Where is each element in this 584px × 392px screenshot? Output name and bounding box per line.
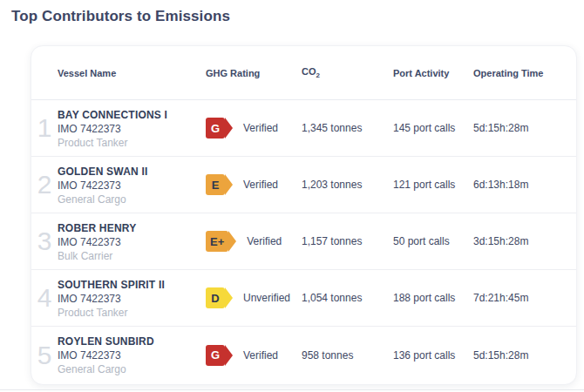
operating-time-value: 3d:15h:28m — [473, 235, 576, 247]
header-co2-main: CO — [302, 66, 316, 77]
header-ghg-rating: GHG Rating — [206, 68, 302, 78]
port-calls-value: 50 port calls — [393, 235, 473, 247]
table-body: 1 BAY CONNECTIONS I IMO 7422373 Product … — [31, 100, 576, 383]
co2-value: 1,345 tonnes — [302, 122, 393, 134]
port-calls-value: 121 port calls — [393, 179, 473, 191]
ghg-rating-cell: E Verified — [206, 174, 302, 195]
vessel-imo: IMO 7422373 — [58, 348, 206, 362]
header-operating-time: Operating Time — [473, 68, 576, 78]
verification-status: Verified — [243, 179, 278, 191]
ghg-rating-cell: G Verified — [206, 118, 302, 139]
rank-number: 3 — [31, 226, 58, 256]
verification-status: Unverified — [243, 292, 290, 304]
vessel-name: GOLDEN SWAN II — [58, 165, 206, 179]
vessel-type: General Cargo — [58, 362, 206, 376]
verification-status: Verified — [243, 122, 278, 134]
vessel-name: ROYLEN SUNBIRD — [58, 335, 206, 348]
co2-value: 1,054 tonnes — [302, 292, 393, 304]
vessel-info: ROBER HENRY IMO 7422373 Bulk Carrier — [58, 220, 206, 263]
vessel-name: ROBER HENRY — [58, 221, 206, 235]
table-row[interactable]: 5 ROYLEN SUNBIRD IMO 7422373 General Car… — [31, 327, 576, 383]
ghg-rating-cell: G Verified — [206, 345, 302, 366]
table-row[interactable]: 3 ROBER HENRY IMO 7422373 Bulk Carrier E… — [31, 213, 576, 270]
vessel-imo: IMO 7422373 — [58, 235, 206, 249]
header-co2: CO2 — [302, 66, 393, 79]
vessel-imo: IMO 7422373 — [58, 179, 206, 193]
vessel-type: Bulk Carrier — [58, 249, 206, 263]
header-port-activity: Port Activity — [393, 68, 473, 78]
port-calls-value: 136 port calls — [393, 349, 473, 362]
rank-number: 1 — [31, 113, 58, 143]
ghg-rating-badge: G — [206, 118, 225, 139]
port-calls-value: 145 port calls — [393, 122, 473, 134]
verification-status: Verified — [247, 235, 282, 247]
operating-time-value: 6d:13h:18m — [473, 179, 576, 191]
co2-value: 1,157 tonnes — [302, 235, 393, 247]
vessel-info: ROYLEN SUNBIRD IMO 7422373 General Cargo — [58, 334, 206, 376]
ghg-rating-cell: E+ Verified — [206, 231, 302, 252]
ghg-rating-badge: E+ — [206, 231, 228, 252]
operating-time-value: 5d:15h:28m — [473, 122, 576, 134]
port-calls-value: 188 port calls — [393, 292, 473, 304]
header-co2-subscript: 2 — [316, 71, 320, 79]
co2-value: 958 tonnes — [302, 349, 393, 362]
vessel-name: BAY CONNECTIONS I — [58, 108, 206, 122]
vessel-info: GOLDEN SWAN II IMO 7422373 General Cargo — [58, 164, 206, 206]
vessel-type: Product Tanker — [58, 306, 206, 320]
vessel-type: Product Tanker — [58, 136, 206, 150]
vessel-info: SOUTHERN SPIRIT II IMO 7422373 Product T… — [58, 277, 206, 320]
table-row[interactable]: 4 SOUTHERN SPIRIT II IMO 7422373 Product… — [31, 270, 576, 327]
vessel-type: General Cargo — [58, 193, 206, 206]
table-row[interactable]: 2 GOLDEN SWAN II IMO 7422373 General Car… — [31, 157, 576, 213]
table-header-row: Vessel Name GHG Rating CO2 Port Activity… — [31, 46, 576, 100]
ghg-rating-badge: G — [206, 345, 225, 366]
vessel-imo: IMO 7422373 — [58, 122, 206, 136]
verification-status: Verified — [243, 349, 278, 362]
header-vessel-name: Vessel Name — [58, 68, 206, 78]
ghg-rating-badge: D — [206, 287, 225, 308]
co2-value: 1,203 tonnes — [302, 179, 393, 191]
table-row[interactable]: 1 BAY CONNECTIONS I IMO 7422373 Product … — [31, 100, 576, 157]
ghg-rating-badge: E — [206, 174, 225, 195]
operating-time-value: 5d:15h:28m — [473, 349, 576, 362]
emissions-table-card: Vessel Name GHG Rating CO2 Port Activity… — [31, 45, 577, 385]
vessel-imo: IMO 7422373 — [58, 292, 206, 306]
vessel-info: BAY CONNECTIONS I IMO 7422373 Product Ta… — [58, 107, 206, 150]
rank-number: 2 — [31, 170, 58, 199]
page-title: Top Contributors to Emissions — [11, 8, 230, 25]
rank-number: 5 — [31, 341, 58, 370]
ghg-rating-cell: D Unverified — [206, 287, 302, 308]
container-bottom-edge — [0, 389, 584, 390]
operating-time-value: 7d:21h:45m — [473, 292, 576, 304]
vessel-name: SOUTHERN SPIRIT II — [58, 278, 206, 292]
rank-number: 4 — [31, 283, 58, 313]
